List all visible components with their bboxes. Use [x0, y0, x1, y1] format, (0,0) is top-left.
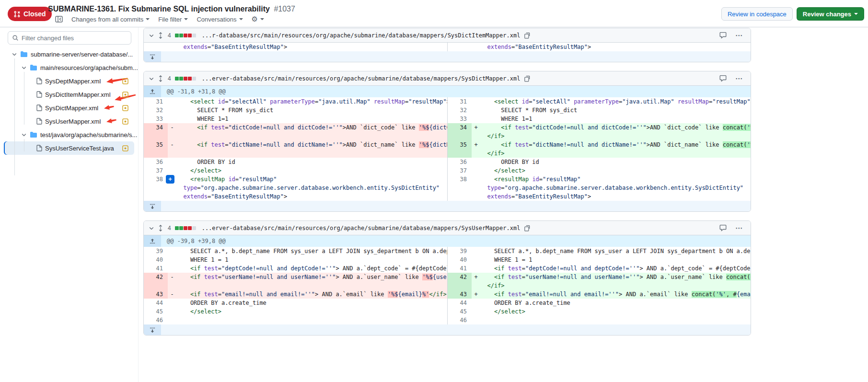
drag-handle-icon[interactable] [158, 225, 163, 232]
drag-handle-icon[interactable] [158, 75, 163, 82]
expand-down-button[interactable] [144, 201, 161, 211]
review-changes-button[interactable]: Review changes [797, 7, 864, 21]
line-number[interactable]: 45 [144, 307, 168, 316]
tree-file-sysusermapper-xml[interactable]: SysUserMapper.xml [4, 115, 134, 128]
line-number[interactable] [144, 43, 168, 51]
file-filter-dropdown[interactable]: File filter [158, 16, 188, 23]
review-in-codespace-button[interactable]: Review in codespace [721, 7, 793, 21]
line-number[interactable]: 43 [144, 290, 168, 299]
tree-folder-submarine-server-server-database[interactable]: submarine-server/server-database/... [4, 47, 134, 61]
tree-folder-test-java-org-apache-submarine-s[interactable]: test/java/org/apache/submarine/s... [4, 128, 134, 141]
line-number[interactable]: 33 [144, 115, 168, 123]
diff-left-cell: 45 </select> [144, 307, 447, 316]
folder-icon [30, 131, 37, 138]
line-number[interactable]: 33 [448, 115, 472, 123]
diff-sign: + [472, 140, 480, 158]
more-options-kebab-icon[interactable]: ⋯ [735, 32, 743, 39]
code-cell: <if test="email!=null and email!=''"> AN… [480, 290, 751, 299]
line-number[interactable]: 39 [144, 247, 168, 255]
line-number[interactable]: 46 [448, 316, 472, 324]
line-number[interactable]: 31 [448, 97, 472, 106]
file-diff-card-sysdictmapper.xml: 4...erver-database/src/main/resources/or… [143, 71, 751, 212]
line-number[interactable]: 36 [448, 158, 472, 166]
line-number[interactable]: 32 [448, 106, 472, 115]
line-number[interactable]: 44 [144, 299, 168, 307]
file-path[interactable]: ...erver-database/src/main/resources/org… [202, 75, 521, 82]
line-number[interactable]: 31 [144, 97, 168, 106]
expand-down-button[interactable] [144, 51, 161, 62]
diff-settings-gear-button[interactable]: ⚙ [252, 15, 264, 23]
line-number[interactable]: 37 [448, 166, 472, 175]
diff-sign [168, 158, 176, 166]
tree-folder-main-resources-org-apache-subm[interactable]: main/resources/org/apache/subm... [4, 61, 134, 74]
line-number[interactable]: 40 [144, 255, 168, 264]
line-number[interactable]: 35 [448, 140, 472, 158]
chevron-down-icon[interactable] [21, 65, 27, 70]
diff-sign [472, 106, 480, 115]
tree-file-sysdictmapper-xml[interactable]: SysDictMapper.xml [4, 101, 134, 115]
changes-from-dropdown[interactable]: Changes from all commits [71, 16, 150, 23]
copy-path-icon[interactable] [524, 32, 531, 39]
copy-path-icon[interactable] [524, 225, 531, 232]
collapse-file-chevron-icon[interactable] [149, 225, 154, 231]
diff-sign [472, 307, 480, 316]
line-number[interactable]: 46 [144, 316, 168, 324]
code-cell: ORDER BY id [176, 158, 447, 166]
diff-sign: - [168, 290, 176, 299]
line-number[interactable]: 39 [448, 247, 472, 255]
line-number[interactable]: 34 [144, 123, 168, 140]
drag-handle-icon[interactable] [158, 32, 163, 39]
diffstat-square [192, 34, 196, 37]
chevron-down-icon[interactable] [21, 132, 27, 138]
line-number[interactable]: 38 [448, 175, 472, 201]
line-number[interactable]: 45 [448, 307, 472, 316]
line-number[interactable]: 43 [448, 290, 472, 299]
tree-file-sysdictitemmapper-xml[interactable]: SysDictItemMapper.xml [4, 88, 134, 101]
file-path[interactable]: ...erver-database/src/main/resources/org… [202, 225, 521, 232]
line-number[interactable]: 40 [448, 255, 472, 264]
line-number[interactable] [448, 43, 472, 51]
diff-right-cell: 42+ <if test="userName!=null and userNam… [447, 273, 751, 290]
line-number[interactable]: 41 [448, 264, 472, 273]
line-number[interactable]: 37 [144, 166, 168, 175]
line-number[interactable]: 36 [144, 158, 168, 166]
comment-icon[interactable] [719, 32, 727, 39]
expand-down-button[interactable] [144, 324, 161, 335]
chevron-down-icon[interactable] [12, 51, 17, 57]
diff-sign [472, 175, 480, 201]
copy-path-icon[interactable] [524, 75, 531, 82]
code-line: <if test="deptCode!=null and deptCode!='… [480, 264, 751, 273]
code-cell: <if test="userName!=null and userName!='… [480, 273, 751, 290]
expand-up-button[interactable] [144, 86, 161, 97]
conversations-dropdown[interactable]: Conversations [197, 16, 243, 23]
file-tree-toggle-icon[interactable] [55, 16, 63, 23]
line-number[interactable]: 34 [448, 123, 472, 140]
filter-changed-files-input[interactable] [22, 35, 127, 42]
line-number[interactable]: 38 [144, 175, 168, 201]
code-line: WHERE 1 = 1 [176, 255, 447, 264]
add-line-comment-button[interactable]: + [166, 175, 174, 184]
line-number[interactable]: 32 [144, 106, 168, 115]
tree-item-label: SysDeptMapper.xml [45, 78, 101, 85]
comment-icon[interactable] [719, 75, 727, 82]
line-number[interactable]: 44 [448, 299, 472, 307]
chevron-down-icon [239, 18, 243, 20]
comment-icon[interactable] [719, 224, 727, 232]
code-line: SELECT * FROM sys_dict [176, 106, 447, 115]
collapse-file-chevron-icon[interactable] [149, 76, 154, 81]
more-options-kebab-icon[interactable]: ⋯ [735, 224, 743, 232]
tree-file-sysuserservicetest-java[interactable]: SysUserServiceTest.java [4, 141, 134, 155]
collapse-file-chevron-icon[interactable] [149, 33, 154, 38]
line-number[interactable]: 35 [144, 140, 168, 158]
file-path[interactable]: ...r-database/src/main/resources/org/apa… [202, 32, 521, 39]
changed-lines-count: 4 [168, 75, 171, 82]
tree-indent-guide [14, 58, 15, 175]
line-number[interactable]: 42 [448, 273, 472, 290]
tree-file-sysdeptmapper-xml[interactable]: SysDeptMapper.xml [4, 74, 134, 88]
diff-left-cell: 40 WHERE 1 = 1 [144, 255, 447, 264]
line-number[interactable]: 41 [144, 264, 168, 273]
line-number[interactable]: 42 [144, 273, 168, 290]
diff-left-cell: 43- <if test="email!=null and email!=''"… [144, 290, 447, 299]
expand-up-button[interactable] [144, 235, 161, 247]
more-options-kebab-icon[interactable]: ⋯ [735, 75, 743, 82]
